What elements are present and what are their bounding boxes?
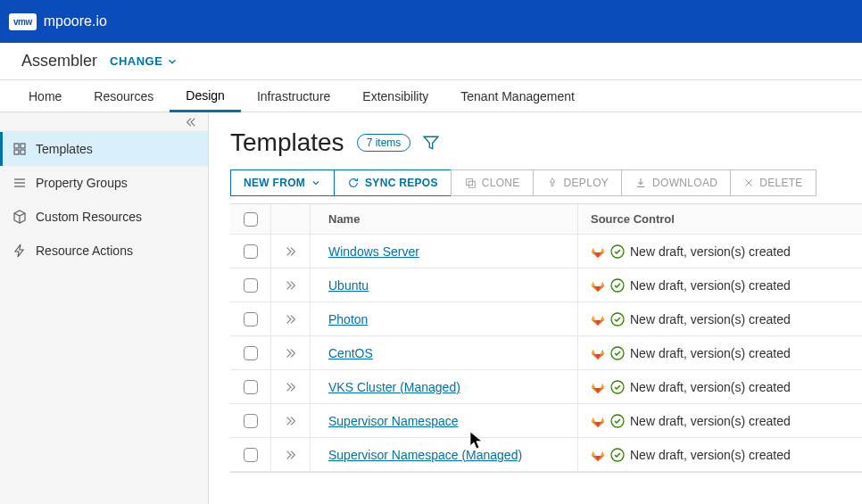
check-circle-icon	[610, 312, 625, 326]
chevron-double-right-icon	[285, 245, 297, 258]
svg-rect-3	[21, 150, 25, 154]
table-header-row: Name Source Control	[230, 204, 862, 235]
row-checkbox[interactable]	[244, 448, 258, 462]
gitlab-icon	[591, 346, 605, 360]
template-name-link[interactable]: Supervisor Namespace	[328, 414, 459, 428]
chevron-double-right-icon	[285, 313, 297, 326]
svg-rect-8	[468, 181, 475, 187]
svg-rect-2	[14, 150, 19, 154]
gitlab-icon	[591, 414, 605, 428]
global-header: vmw mpoore.io	[0, 0, 862, 43]
source-status: New draft, version(s) created	[630, 312, 791, 326]
chevron-double-right-icon	[285, 347, 297, 359]
bolt-icon	[12, 244, 27, 258]
page-title: Templates	[230, 128, 344, 157]
sidebar-item-label: Templates	[36, 142, 93, 156]
tab-home[interactable]: Home	[12, 80, 78, 112]
source-status: New draft, version(s) created	[630, 278, 791, 293]
row-checkbox[interactable]	[244, 346, 258, 360]
table-row: Windows ServerNew draft, version(s) crea…	[230, 235, 862, 269]
column-name[interactable]: Name	[311, 204, 578, 234]
sidebar-item-custom-resources[interactable]: Custom Resources	[0, 200, 208, 234]
deploy-label: DEPLOY	[564, 177, 609, 189]
clone-label: CLONE	[482, 177, 520, 189]
content-area: Templates 7 items NEW FROM SYNC REPOS CL…	[209, 112, 862, 504]
row-checkbox[interactable]	[244, 278, 258, 293]
row-checkbox[interactable]	[244, 414, 258, 428]
sidebar-item-property-groups[interactable]: Property Groups	[0, 166, 208, 200]
template-name-link[interactable]: VKS Cluster (Managed)	[328, 380, 460, 394]
expand-row[interactable]	[271, 370, 311, 403]
tab-infrastructure[interactable]: Infrastructure	[241, 80, 346, 112]
deploy-button[interactable]: DEPLOY	[533, 169, 623, 196]
template-name-link[interactable]: Ubuntu	[328, 278, 369, 293]
row-checkbox[interactable]	[244, 244, 258, 259]
select-all-checkbox[interactable]	[244, 212, 258, 227]
gitlab-icon	[591, 244, 605, 259]
sidebar-item-resource-actions[interactable]: Resource Actions	[0, 234, 208, 268]
tab-design[interactable]: Design	[170, 80, 241, 112]
deploy-icon	[546, 177, 559, 189]
sidebar: TemplatesProperty GroupsCustom Resources…	[0, 112, 209, 504]
source-status: New draft, version(s) created	[630, 380, 791, 394]
expand-row[interactable]	[271, 336, 311, 369]
expand-row[interactable]	[271, 269, 311, 302]
gitlab-icon	[591, 448, 605, 462]
expand-row[interactable]	[271, 438, 311, 471]
clone-button[interactable]: CLONE	[451, 169, 534, 196]
main-tabs: HomeResourcesDesignInfrastructureExtensi…	[0, 80, 862, 112]
download-icon	[634, 177, 647, 189]
sync-icon	[347, 177, 360, 189]
sidebar-item-templates[interactable]: Templates	[0, 132, 208, 166]
download-button[interactable]: DOWNLOAD	[621, 169, 731, 196]
sync-repos-button[interactable]: SYNC REPOS	[334, 169, 452, 196]
delete-button[interactable]: DELETE	[730, 169, 816, 196]
new-from-label: NEW FROM	[244, 177, 305, 189]
table-row: VKS Cluster (Managed)New draft, version(…	[230, 370, 862, 404]
table-row: UbuntuNew draft, version(s) created	[230, 269, 862, 302]
change-context-link[interactable]: CHANGE	[110, 54, 178, 68]
sidebar-item-label: Resource Actions	[36, 244, 133, 258]
cube-icon	[12, 210, 27, 224]
expand-row[interactable]	[271, 404, 311, 437]
gitlab-icon	[591, 312, 605, 326]
template-name-link[interactable]: Windows Server	[328, 244, 419, 259]
item-count-badge: 7 items	[357, 134, 411, 152]
new-from-button[interactable]: NEW FROM	[230, 169, 335, 196]
sync-label: SYNC REPOS	[365, 177, 438, 189]
check-circle-icon	[610, 380, 625, 394]
source-status: New draft, version(s) created	[630, 448, 791, 462]
tab-extensibility[interactable]: Extensibility	[346, 80, 444, 112]
row-checkbox[interactable]	[244, 380, 258, 394]
tab-tenant-management[interactable]: Tenant Management	[444, 80, 591, 112]
svg-rect-7	[466, 179, 472, 186]
column-source[interactable]: Source Control	[578, 212, 862, 226]
chevron-down-icon	[166, 55, 178, 68]
filter-icon[interactable]	[423, 135, 439, 151]
sidebar-collapse[interactable]	[0, 112, 208, 132]
chevron-double-left-icon	[185, 116, 197, 128]
close-icon	[743, 178, 754, 188]
table-row: CentOSNew draft, version(s) created	[230, 336, 862, 370]
row-checkbox[interactable]	[244, 312, 258, 326]
template-name-link[interactable]: Photon	[328, 312, 368, 326]
gitlab-icon	[591, 278, 605, 293]
change-label: CHANGE	[110, 54, 162, 68]
table-row: PhotonNew draft, version(s) created	[230, 302, 862, 336]
table-row: Supervisor Namespace (Managed)New draft,…	[230, 438, 862, 472]
delete-label: DELETE	[759, 177, 802, 189]
template-name-link[interactable]: Supervisor Namespace (Managed)	[328, 448, 522, 462]
product-subheader: Assembler CHANGE	[0, 43, 862, 80]
check-circle-icon	[610, 244, 625, 259]
template-name-link[interactable]: CentOS	[328, 346, 373, 360]
chevron-double-right-icon	[285, 279, 297, 292]
sidebar-item-label: Property Groups	[36, 176, 128, 190]
toolbar: NEW FROM SYNC REPOS CLONE DEPLOY DOWNLOA…	[230, 169, 862, 196]
table-row: Supervisor NamespaceNew draft, version(s…	[230, 404, 862, 438]
expand-row[interactable]	[271, 235, 311, 268]
chevron-double-right-icon	[285, 381, 297, 393]
chevron-double-right-icon	[285, 415, 297, 427]
tab-resources[interactable]: Resources	[78, 80, 170, 112]
download-label: DOWNLOAD	[652, 177, 717, 189]
expand-row[interactable]	[271, 302, 311, 335]
